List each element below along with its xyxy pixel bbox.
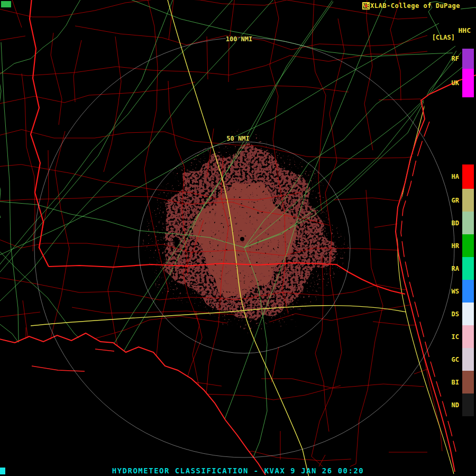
legend-label: HR	[452, 243, 459, 249]
legend-swatch	[462, 189, 474, 212]
legend-swatch	[462, 164, 474, 189]
legend-swatch	[462, 416, 474, 440]
legend-swatch	[462, 97, 474, 164]
legend-item: RF	[452, 49, 474, 69]
legend-label: GC	[452, 356, 459, 363]
radar-site-marker	[240, 237, 244, 241]
range-ring-label-100: 100 NMI	[226, 35, 253, 43]
legend-label: DS	[452, 311, 459, 317]
product-tag-label: [CLAS]	[432, 34, 455, 41]
legend-swatch	[462, 393, 474, 416]
legend-item: DS	[452, 303, 474, 325]
legend-label: WS	[452, 288, 459, 295]
legend-swatch	[462, 348, 474, 371]
barrier-islands-gulf	[32, 349, 114, 371]
legend-item: BD	[452, 212, 474, 234]
legend-item: GR	[452, 189, 474, 212]
legend-item: BI	[452, 371, 474, 393]
legend-item: UK	[452, 69, 474, 97]
product-code-label: HHC	[459, 26, 471, 34]
legend-swatch	[462, 303, 474, 325]
legend-item	[452, 416, 474, 440]
legend-item: RA	[452, 257, 474, 280]
legend-panel: RFUKHAGRBDHRRAWSDSICGCBIND	[452, 49, 474, 440]
coastline-gulf	[0, 333, 266, 475]
legend-swatch	[462, 325, 474, 348]
legend-item: HA	[452, 164, 474, 189]
legend-label: UK	[452, 80, 459, 86]
legend-label: HA	[452, 173, 459, 180]
legend-item: HR	[452, 234, 474, 257]
legend-item: ND	[452, 393, 474, 416]
legend-swatch	[462, 371, 474, 393]
corner-marker-top-left	[1, 1, 11, 7]
legend-item: WS	[452, 280, 474, 303]
brand-text: NEXLAB-College of DuPage	[362, 2, 460, 10]
legend-swatch	[462, 69, 474, 97]
legend-label: IC	[452, 334, 459, 340]
radar-display: 100 NMI 50 NMI NEXLAB-College of DuPage …	[0, 0, 476, 476]
legend-swatch	[462, 257, 474, 280]
legend-item: IC	[452, 325, 474, 348]
legend-label: BI	[452, 379, 459, 386]
range-ring-label-50: 50 NMI	[226, 135, 249, 142]
legend-label: RA	[452, 266, 459, 272]
map-canvas: 100 NMI 50 NMI	[0, 0, 476, 476]
nexlab-logo-icon	[362, 2, 370, 10]
legend-label: ND	[452, 402, 459, 408]
brand-bar: NEXLAB-College of DuPage	[362, 2, 460, 10]
legend-swatch	[462, 280, 474, 303]
legend-label: BD	[452, 220, 459, 226]
barrier-islands-atlantic	[401, 122, 456, 452]
legend-swatch	[462, 212, 474, 234]
legend-item: GC	[452, 348, 474, 371]
legend-item	[452, 97, 474, 164]
product-title: HYDROMETEOR CLASSIFICATION - KVAX 9 JAN …	[0, 466, 476, 475]
corner-marker-bottom-left	[0, 468, 5, 474]
legend-swatch	[462, 49, 474, 69]
legend-swatch	[462, 234, 474, 257]
legend-label: RF	[452, 56, 459, 62]
legend-label: GR	[452, 197, 459, 204]
